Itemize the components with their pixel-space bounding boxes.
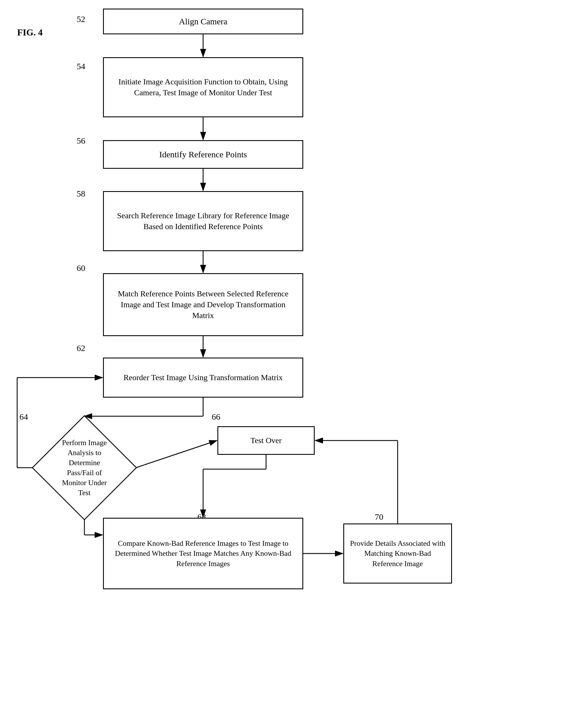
diamond-perform-image-analysis: Perform Image Analysis to Determine Pass… <box>33 416 136 519</box>
step-num-56: 56 <box>77 136 85 146</box>
page: FIG. 4 52 54 56 58 60 62 64 66 68 70 Ali… <box>0 0 571 728</box>
box-identify-reference-points: Identify Reference Points <box>103 140 303 169</box>
diamond-label-perform: Perform Image Analysis to Determine Pass… <box>56 438 113 498</box>
box-provide-details: Provide Details Associated with Matching… <box>343 523 452 584</box>
step-num-70: 70 <box>375 512 383 522</box>
box-align-camera: Align Camera <box>103 9 303 34</box>
step-num-62: 62 <box>77 343 85 353</box>
step-num-60: 60 <box>77 263 85 273</box>
step-num-52: 52 <box>77 14 85 24</box>
box-compare-known-bad: Compare Known-Bad Reference Images to Te… <box>103 518 303 589</box>
box-reorder-test-image: Reorder Test Image Using Transformation … <box>103 358 303 398</box>
svg-line-8 <box>136 441 217 468</box>
box-match-reference-points: Match Reference Points Between Selected … <box>103 273 303 336</box>
box-initiate-image-acquisition: Initiate Image Acquisition Function to O… <box>103 57 303 117</box>
step-num-66: 66 <box>212 412 220 421</box>
step-num-64: 64 <box>19 412 28 421</box>
fig-label: FIG. 4 <box>17 27 43 38</box>
step-num-54: 54 <box>77 62 85 71</box>
box-test-over: Test Over <box>217 426 315 455</box>
box-search-reference-library: Search Reference Image Library for Refer… <box>103 191 303 251</box>
step-num-58: 58 <box>77 189 85 199</box>
